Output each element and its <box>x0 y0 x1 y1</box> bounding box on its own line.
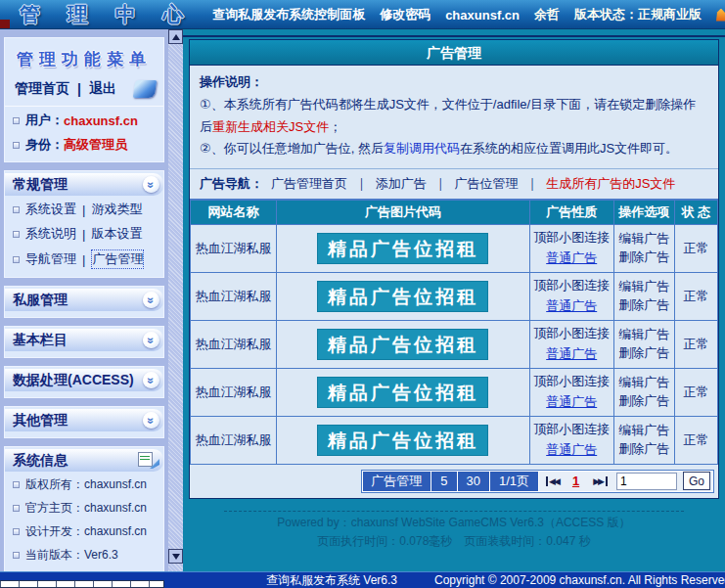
ad-type-link[interactable]: 普通广告 <box>530 441 613 459</box>
ad-navigation-bar: 广告导航： 广告管理首页 ｜ 添加广告 ｜ 广告位管理 ｜ 生成所有广告的JS文… <box>190 168 718 199</box>
frame-scrollbar[interactable] <box>168 29 183 571</box>
pagination-label: 广告管理 <box>362 471 431 492</box>
sysinfo-row: 版权所有：chaxunsf.cn <box>5 472 163 495</box>
edit-ad-link[interactable]: 编辑广告 <box>614 374 674 391</box>
delete-ad-link[interactable]: 删除广告 <box>614 296 674 314</box>
adnav-home-link[interactable]: 广告管理首页 <box>271 175 347 193</box>
instruction-text: ②、你可以任意增加广告位, 然后 <box>200 141 384 156</box>
col-header-ops: 操作选项 <box>613 200 674 224</box>
link-system-notes[interactable]: 系统说明 <box>25 225 76 243</box>
bullet-icon <box>13 505 20 512</box>
section-label: 常规管理 <box>13 176 68 194</box>
site-name: 热血江湖私服 <box>191 224 277 272</box>
chevron-double-down-icon: » <box>143 292 159 308</box>
adnav-slots-link[interactable]: 广告位管理 <box>454 175 518 193</box>
ad-nature: 顶部小图连接 <box>533 230 610 245</box>
link-system-settings[interactable]: 系统设置 <box>25 201 76 218</box>
delete-ad-link[interactable]: 删除广告 <box>614 344 674 362</box>
ad-banner-image[interactable]: 精品广告位招租 <box>317 425 488 456</box>
section-header-general[interactable]: 常规管理 » <box>5 173 163 196</box>
col-header-nature: 广告性质 <box>529 200 613 224</box>
sysinfo-row: 官方主页：chaxunsf.cn <box>5 495 163 519</box>
copy-call-code-link[interactable]: 复制调用代码 <box>384 141 460 156</box>
dashed-divider <box>224 511 684 512</box>
ad-type-link[interactable]: 普通广告 <box>530 393 613 411</box>
section-basic-columns: 基本栏目 » <box>4 326 164 358</box>
ad-nature: 顶部小图连接 <box>533 326 610 340</box>
site-name: 热血江湖私服 <box>191 368 277 416</box>
control-panel-link[interactable]: 查询私服发布系统控制面板 <box>212 6 365 23</box>
ad-management-panel: 广告管理 操作说明： ①、本系统所有广告代码都将生成JS文件，文件位于/adfi… <box>189 39 719 499</box>
section-header-basic-columns[interactable]: 基本栏目 » <box>5 329 163 351</box>
section-header-other[interactable]: 其他管理 » <box>5 409 163 431</box>
section-label: 其他管理 <box>13 412 68 430</box>
ad-type-link[interactable]: 普通广告 <box>530 345 613 363</box>
chevron-double-down-icon: » <box>143 372 159 388</box>
delete-ad-link[interactable]: 删除广告 <box>614 440 674 458</box>
section-header-data-processing[interactable]: 数据处理(ACCESS) » <box>5 369 163 391</box>
arrow-up-icon <box>172 34 180 40</box>
sidebar-nav-row: 管理首页 | 退出 <box>5 76 163 107</box>
admin-home-link[interactable]: 管理首页 <box>15 80 69 98</box>
instruction-text: 在系统的相应位置调用此JS文件即可。 <box>460 141 678 156</box>
site-link[interactable]: chaxunsf.cn <box>445 8 520 23</box>
ad-banner-image[interactable]: 精品广告位招租 <box>317 377 488 408</box>
pagination-total: 30 <box>458 471 490 492</box>
edit-ad-link[interactable]: 编辑广告 <box>614 326 674 343</box>
section-system-info: 系统信息 版权所有：chaxunsf.cn 官方主页：chaxunsf.cn 设… <box>4 446 164 572</box>
ad-type-link[interactable]: 普通广告 <box>530 297 613 315</box>
first-page-icon[interactable]: ◀◀ <box>546 476 559 486</box>
link-nav-management[interactable]: 导航管理 <box>25 250 76 268</box>
section-label: 数据处理(ACCESS) <box>13 372 134 389</box>
logout-link[interactable]: 退出 <box>89 80 116 98</box>
partial-scrollbar-ruler <box>0 580 164 588</box>
bullet-icon <box>13 528 20 535</box>
section-header-system-info[interactable]: 系统信息 <box>5 449 163 472</box>
delete-ad-link[interactable]: 删除广告 <box>614 249 674 266</box>
bottombar-copyright: Copyright © 2007-2009 chaxunsf.cn. All R… <box>434 573 725 587</box>
table-row: 热血江湖私服 精品广告位招租 顶部小图连接普通广告 编辑广告删除广告 正常 <box>191 320 718 368</box>
ad-nature: 顶部小图连接 <box>533 374 610 388</box>
link-game-types[interactable]: 游戏类型 <box>91 201 142 218</box>
table-row: 热血江湖私服 精品广告位招租 顶部小图连接普通广告 编辑广告删除广告 正常 <box>191 224 718 272</box>
status-value: 正常 <box>674 368 717 416</box>
edit-ad-link[interactable]: 编辑广告 <box>614 278 674 295</box>
link-version-settings[interactable]: 版本设置 <box>91 225 142 243</box>
pagination-row: 广告管理 5 30 1/1页 ◀◀ 1 ▶▶ Go <box>190 465 718 498</box>
change-password-link[interactable]: 修改密码 <box>380 6 430 23</box>
adnav-generate-js-link[interactable]: 生成所有广告的JS文件 <box>546 175 675 193</box>
ad-banner-image[interactable]: 精品广告位招租 <box>317 281 488 312</box>
menu-item-row: 导航管理 | 广告管理 <box>5 245 163 271</box>
last-page-icon[interactable]: ▶▶ <box>593 476 608 486</box>
section-label: 基本栏目 <box>13 332 68 349</box>
adnav-add-link[interactable]: 添加广告 <box>376 175 427 193</box>
site-name: 热血江湖私服 <box>191 416 277 464</box>
ad-type-link[interactable]: 普通广告 <box>530 249 613 267</box>
ad-banner-image[interactable]: 精品广告位招租 <box>317 329 488 360</box>
main-footer: Powered by：chaxunsf WebSite GameCMS Ver6… <box>189 511 719 551</box>
delete-ad-link[interactable]: 删除广告 <box>614 392 674 410</box>
scroll-up-button[interactable] <box>168 29 183 44</box>
current-page-link[interactable]: 1 <box>572 474 579 488</box>
bullet-icon <box>13 231 20 238</box>
page-number-input[interactable] <box>616 473 677 490</box>
link-ad-management-current[interactable]: 广告管理 <box>91 249 144 269</box>
bullet-icon <box>13 117 20 124</box>
chevron-double-down-icon: » <box>143 176 159 193</box>
status-value: 正常 <box>674 416 717 464</box>
section-header-private-server[interactable]: 私服管理 » <box>5 289 163 311</box>
sidebar: 管理功能菜单 管理首页 | 退出 用户： chaxunsf.cn 身份： 高级管… <box>0 29 168 571</box>
col-header-site: 网站名称 <box>191 200 277 224</box>
pagination-box: 广告管理 5 30 1/1页 ◀◀ 1 ▶▶ Go <box>361 470 714 493</box>
table-row: 热血江湖私服 精品广告位招租 顶部小图连接普通广告 编辑广告删除广告 正常 <box>191 368 718 416</box>
menu-item-row: 系统说明 | 版本设置 <box>5 220 163 245</box>
table-header-row: 网站名称 广告图片代码 广告性质 操作选项 状 态 <box>191 200 718 224</box>
ads-table: 网站名称 广告图片代码 广告性质 操作选项 状 态 热血江湖私服 精品广告位招租… <box>190 199 718 465</box>
ad-banner-image[interactable]: 精品广告位招租 <box>317 233 488 264</box>
go-button[interactable]: Go <box>683 472 710 490</box>
page-title: 广告管理 <box>190 40 718 66</box>
scroll-down-button[interactable] <box>168 549 183 564</box>
edit-ad-link[interactable]: 编辑广告 <box>614 422 674 439</box>
edit-ad-link[interactable]: 编辑广告 <box>614 230 674 248</box>
table-row: 热血江湖私服 精品广告位招租 顶部小图连接普通广告 编辑广告删除广告 正常 <box>191 416 718 464</box>
